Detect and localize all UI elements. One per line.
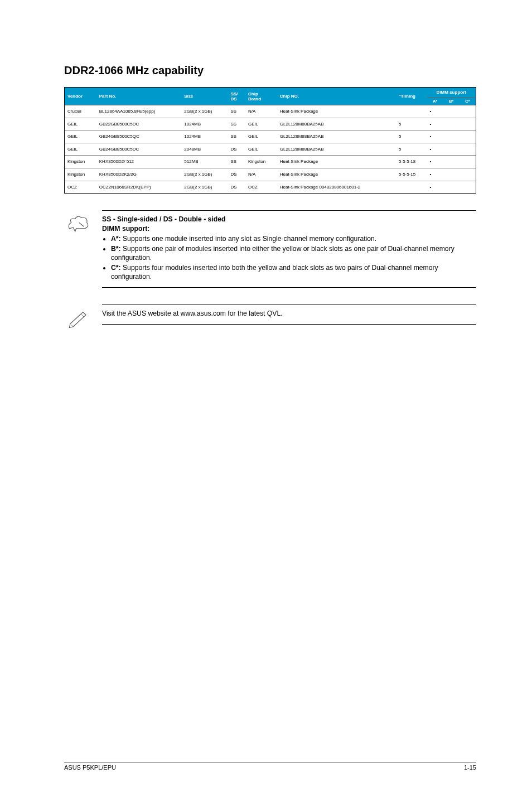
cell-partno: GB24GB8500C5QC bbox=[96, 131, 182, 143]
cell-ssds: DS bbox=[228, 181, 245, 193]
cell-partno: KHX8500D2K2/2G bbox=[96, 168, 182, 181]
cell-chipbrand: OCZ bbox=[245, 181, 277, 193]
cell-b bbox=[443, 131, 460, 143]
table-row: GEILGB24GB8500C5DC2048MBDSGEILGL2L128M88… bbox=[65, 143, 476, 156]
cell-a: • bbox=[427, 168, 443, 181]
table-row: GEILGB24GB8500C5QC1024MBSSGEILGL2L128M88… bbox=[65, 131, 476, 143]
th-dimm: DIMM support bbox=[427, 88, 476, 98]
page-footer: ASUS P5KPL/EPU 1-15 bbox=[64, 762, 476, 771]
cell-b bbox=[443, 143, 460, 156]
cell-chipbrand: Kingston bbox=[245, 156, 277, 168]
th-ssds: SS/ DS bbox=[228, 88, 245, 105]
cell-b bbox=[443, 168, 460, 181]
note1-list: A*: Supports one module inserted into an… bbox=[102, 234, 476, 281]
cell-timing: 5-5-5-18 bbox=[396, 156, 427, 168]
cell-partno: GB24GB8500C5DC bbox=[96, 143, 182, 156]
cell-timing: 5 bbox=[396, 118, 427, 131]
list-item: B*: Supports one pair of modules inserte… bbox=[111, 244, 476, 263]
cell-chipbrand: N/A bbox=[245, 105, 277, 118]
cell-size: 512MB bbox=[181, 156, 228, 168]
table-row: GEILGB22GB8500C5DC1024MBSSGEILGL2L128M88… bbox=[65, 118, 476, 131]
note-content-2: Visit the ASUS website at www.asus.com f… bbox=[102, 305, 476, 324]
cell-ssds: SS bbox=[228, 105, 245, 118]
th-b: B* bbox=[443, 98, 460, 105]
cell-chipbrand: GEIL bbox=[245, 143, 277, 156]
cell-chipno: Heat-Sink Package bbox=[277, 105, 396, 118]
th-size: Size bbox=[181, 88, 228, 105]
cell-a: • bbox=[427, 156, 443, 168]
cell-partno: OCZ2N1066SR2DK(EPP) bbox=[96, 181, 182, 193]
note-qvl-link: Visit the ASUS website at www.asus.com f… bbox=[66, 305, 476, 330]
cell-chipno: GL2L128M88BA25AB bbox=[277, 143, 396, 156]
note-ssds-dimm: SS - Single-sided / DS - Double - sided … bbox=[66, 210, 476, 288]
cell-chipno: Heat-Sink Package 004820806001601-2 bbox=[277, 181, 396, 193]
cell-size: 2GB(2 x 1GB) bbox=[181, 168, 228, 181]
cell-size: 1024MB bbox=[181, 131, 228, 143]
cell-c bbox=[460, 143, 476, 156]
cell-c bbox=[460, 118, 476, 131]
th-partno: Part No. bbox=[96, 88, 182, 105]
cell-timing bbox=[396, 181, 427, 193]
cell-vendor: GEIL bbox=[65, 143, 96, 156]
th-chipbrand: Chip Brand bbox=[245, 88, 277, 105]
cell-chipbrand: N/A bbox=[245, 168, 277, 181]
table-row: KingstonKHX8500D2/ 512512MBSSKingstonHea… bbox=[65, 156, 476, 168]
cell-vendor: GEIL bbox=[65, 131, 96, 143]
qvl-table-wrap: Vendor Part No. Size SS/ DS Chip Brand C… bbox=[64, 87, 476, 194]
cell-chipno: GL2L128M88BA25AB bbox=[277, 118, 396, 131]
cell-b bbox=[443, 105, 460, 118]
note-content-1: SS - Single-sided / DS - Double - sided … bbox=[102, 210, 476, 288]
cell-ssds: DS bbox=[228, 143, 245, 156]
cell-timing: 5-5-5-15 bbox=[396, 168, 427, 181]
cell-b bbox=[443, 118, 460, 131]
cell-size: 1024MB bbox=[181, 118, 228, 131]
cell-chipno: GL2L128M88BA25AB bbox=[277, 131, 396, 143]
th-c: C* bbox=[460, 98, 476, 105]
qvl-table: Vendor Part No. Size SS/ DS Chip Brand C… bbox=[65, 88, 476, 193]
note2-text: Visit the ASUS website at www.asus.com f… bbox=[102, 310, 283, 317]
cell-c bbox=[460, 131, 476, 143]
cell-timing: 5 bbox=[396, 143, 427, 156]
cell-c bbox=[460, 105, 476, 118]
cell-b bbox=[443, 156, 460, 168]
note1-heading1: SS - Single-sided / DS - Double - sided bbox=[102, 215, 225, 223]
cell-size: 2048MB bbox=[181, 143, 228, 156]
cell-chipbrand: GEIL bbox=[245, 131, 277, 143]
cell-timing: 5 bbox=[396, 131, 427, 143]
cell-a: • bbox=[427, 131, 443, 143]
cell-a: • bbox=[427, 181, 443, 193]
cell-partno: GB22GB8500C5DC bbox=[96, 118, 182, 131]
table-row: CrucialBL12864AA1065.8FE5(epp)2GB(2 x 1G… bbox=[65, 105, 476, 118]
cell-timing bbox=[396, 105, 427, 118]
cell-c bbox=[460, 156, 476, 168]
cell-chipbrand: GEIL bbox=[245, 118, 277, 131]
cell-ssds: SS bbox=[228, 156, 245, 168]
th-a: A* bbox=[427, 98, 443, 105]
cell-c bbox=[460, 168, 476, 181]
th-vendor: Vendor bbox=[65, 88, 96, 105]
cell-chipno: Heat-Sink Package bbox=[277, 156, 396, 168]
cell-partno: BL12864AA1065.8FE5(epp) bbox=[96, 105, 182, 118]
cell-vendor: Kingston bbox=[65, 168, 96, 181]
cell-c bbox=[460, 181, 476, 193]
cell-size: 2GB(2 x 1GB) bbox=[181, 181, 228, 193]
cell-ssds: SS bbox=[228, 131, 245, 143]
footer-right: 1-15 bbox=[464, 764, 476, 771]
cell-a: • bbox=[427, 118, 443, 131]
cell-vendor: Kingston bbox=[65, 156, 96, 168]
cell-vendor: OCZ bbox=[65, 181, 96, 193]
pencil-icon bbox=[66, 308, 90, 330]
footer-left: ASUS P5KPL/EPU bbox=[64, 764, 116, 771]
page-title: DDR2-1066 MHz capability bbox=[64, 64, 476, 77]
cell-b bbox=[443, 181, 460, 193]
cell-ssds: DS bbox=[228, 168, 245, 181]
cell-ssds: SS bbox=[228, 118, 245, 131]
cell-vendor: Crucial bbox=[65, 105, 96, 118]
cell-size: 2GB(2 x 1GB) bbox=[181, 105, 228, 118]
cell-chipno: Heat-Sink Package bbox=[277, 168, 396, 181]
cell-a: • bbox=[427, 105, 443, 118]
th-timing: "Timing bbox=[396, 88, 427, 105]
th-chipno: Chip NO. bbox=[277, 88, 396, 105]
table-row: KingstonKHX8500D2K2/2G2GB(2 x 1GB)DSN/AH… bbox=[65, 168, 476, 181]
cell-a: • bbox=[427, 143, 443, 156]
